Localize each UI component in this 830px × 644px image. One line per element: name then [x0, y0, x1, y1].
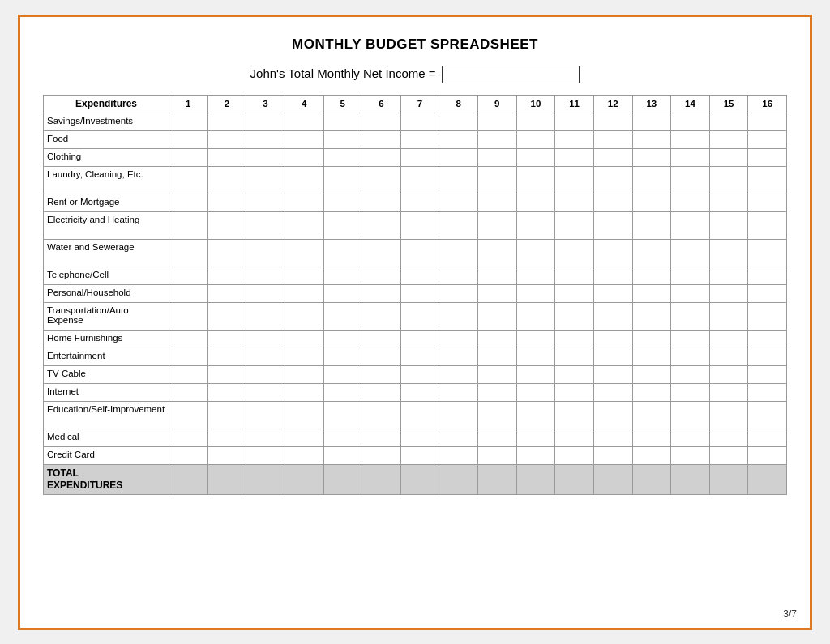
data-cell-6-14[interactable]: [709, 239, 748, 267]
data-cell-4-7[interactable]: [439, 194, 478, 211]
data-cell-2-14[interactable]: [709, 148, 748, 166]
data-cell-10-8[interactable]: [478, 330, 517, 348]
total-cell-3[interactable]: [285, 464, 323, 494]
data-cell-3-5[interactable]: [362, 166, 401, 194]
data-cell-0-14[interactable]: [709, 113, 748, 130]
data-cell-14-3[interactable]: [285, 401, 323, 429]
data-cell-11-9[interactable]: [516, 348, 555, 365]
data-cell-7-14[interactable]: [709, 267, 748, 284]
data-cell-8-10[interactable]: [555, 284, 594, 302]
data-cell-12-0[interactable]: [169, 365, 208, 383]
data-cell-9-13[interactable]: [671, 302, 710, 330]
data-cell-11-10[interactable]: [555, 348, 594, 365]
data-cell-12-4[interactable]: [323, 365, 362, 383]
data-cell-9-8[interactable]: [478, 302, 517, 330]
data-cell-14-15[interactable]: [748, 401, 787, 429]
data-cell-2-0[interactable]: [169, 148, 208, 166]
data-cell-12-8[interactable]: [478, 365, 517, 383]
data-cell-11-11[interactable]: [593, 348, 632, 365]
data-cell-5-9[interactable]: [516, 211, 555, 239]
data-cell-3-14[interactable]: [709, 166, 748, 194]
data-cell-7-6[interactable]: [400, 267, 439, 284]
data-cell-5-8[interactable]: [478, 211, 517, 239]
total-cell-15[interactable]: [748, 464, 787, 494]
data-cell-14-11[interactable]: [593, 401, 632, 429]
data-cell-4-6[interactable]: [400, 194, 439, 211]
data-cell-7-13[interactable]: [671, 267, 710, 284]
data-cell-3-3[interactable]: [285, 166, 323, 194]
data-cell-7-5[interactable]: [362, 267, 401, 284]
income-input[interactable]: [442, 66, 580, 83]
data-cell-7-9[interactable]: [516, 267, 555, 284]
data-cell-11-1[interactable]: [208, 348, 246, 365]
data-cell-4-1[interactable]: [208, 194, 246, 211]
data-cell-5-10[interactable]: [555, 211, 594, 239]
data-cell-11-0[interactable]: [169, 348, 208, 365]
total-cell-13[interactable]: [671, 464, 710, 494]
data-cell-2-2[interactable]: [246, 148, 285, 166]
data-cell-15-5[interactable]: [362, 429, 401, 446]
data-cell-7-11[interactable]: [593, 267, 632, 284]
data-cell-12-14[interactable]: [709, 365, 748, 383]
data-cell-5-12[interactable]: [632, 211, 671, 239]
data-cell-6-7[interactable]: [439, 239, 478, 267]
total-cell-9[interactable]: [516, 464, 555, 494]
data-cell-14-1[interactable]: [208, 401, 246, 429]
data-cell-3-10[interactable]: [555, 166, 594, 194]
data-cell-5-4[interactable]: [323, 211, 362, 239]
data-cell-0-3[interactable]: [285, 113, 323, 130]
data-cell-10-4[interactable]: [323, 330, 362, 348]
data-cell-1-3[interactable]: [285, 130, 323, 148]
data-cell-0-9[interactable]: [516, 113, 555, 130]
data-cell-2-15[interactable]: [748, 148, 787, 166]
total-cell-7[interactable]: [439, 464, 478, 494]
data-cell-15-6[interactable]: [400, 429, 439, 446]
data-cell-8-0[interactable]: [169, 284, 208, 302]
data-cell-1-12[interactable]: [632, 130, 671, 148]
data-cell-9-7[interactable]: [439, 302, 478, 330]
data-cell-11-6[interactable]: [400, 348, 439, 365]
data-cell-6-3[interactable]: [285, 239, 323, 267]
data-cell-16-14[interactable]: [709, 446, 748, 464]
data-cell-5-0[interactable]: [169, 211, 208, 239]
data-cell-11-13[interactable]: [671, 348, 710, 365]
data-cell-6-5[interactable]: [362, 239, 401, 267]
data-cell-2-5[interactable]: [362, 148, 401, 166]
data-cell-8-12[interactable]: [632, 284, 671, 302]
total-cell-2[interactable]: [246, 464, 285, 494]
data-cell-6-0[interactable]: [169, 239, 208, 267]
data-cell-7-7[interactable]: [439, 267, 478, 284]
data-cell-4-5[interactable]: [362, 194, 401, 211]
data-cell-12-15[interactable]: [748, 365, 787, 383]
data-cell-1-11[interactable]: [593, 130, 632, 148]
data-cell-9-12[interactable]: [632, 302, 671, 330]
data-cell-1-9[interactable]: [516, 130, 555, 148]
data-cell-4-11[interactable]: [593, 194, 632, 211]
data-cell-7-3[interactable]: [285, 267, 323, 284]
data-cell-8-15[interactable]: [748, 284, 787, 302]
data-cell-1-10[interactable]: [555, 130, 594, 148]
data-cell-11-8[interactable]: [478, 348, 517, 365]
data-cell-3-4[interactable]: [323, 166, 362, 194]
data-cell-15-8[interactable]: [478, 429, 517, 446]
data-cell-15-10[interactable]: [555, 429, 594, 446]
data-cell-10-2[interactable]: [246, 330, 285, 348]
data-cell-7-10[interactable]: [555, 267, 594, 284]
data-cell-0-2[interactable]: [246, 113, 285, 130]
data-cell-16-11[interactable]: [593, 446, 632, 464]
data-cell-5-11[interactable]: [593, 211, 632, 239]
data-cell-13-2[interactable]: [246, 383, 285, 401]
data-cell-4-12[interactable]: [632, 194, 671, 211]
data-cell-9-4[interactable]: [323, 302, 362, 330]
data-cell-1-6[interactable]: [400, 130, 439, 148]
data-cell-10-6[interactable]: [400, 330, 439, 348]
data-cell-8-6[interactable]: [400, 284, 439, 302]
total-cell-10[interactable]: [555, 464, 594, 494]
data-cell-2-13[interactable]: [671, 148, 710, 166]
data-cell-6-1[interactable]: [208, 239, 246, 267]
data-cell-4-9[interactable]: [516, 194, 555, 211]
data-cell-1-7[interactable]: [439, 130, 478, 148]
data-cell-11-14[interactable]: [709, 348, 748, 365]
data-cell-9-11[interactable]: [593, 302, 632, 330]
data-cell-10-15[interactable]: [748, 330, 787, 348]
